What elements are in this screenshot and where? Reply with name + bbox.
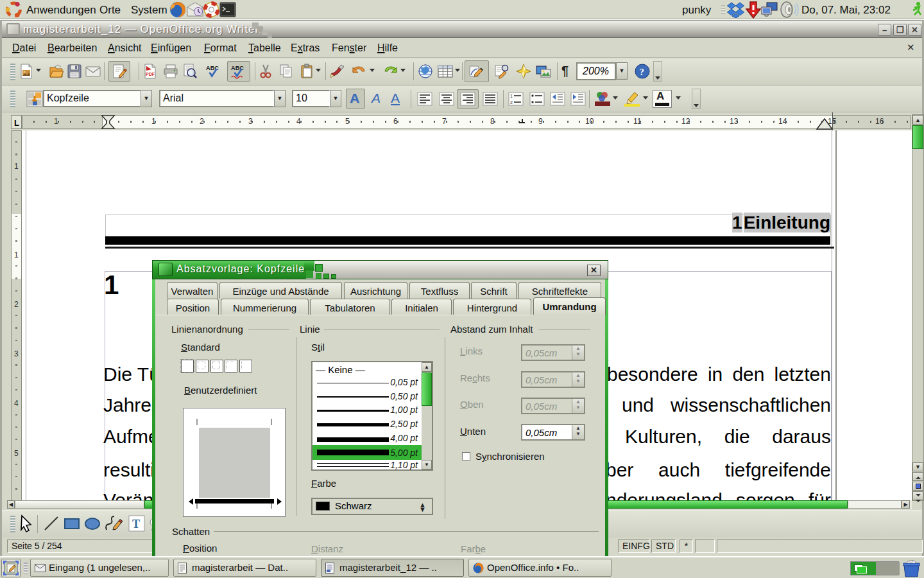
svg-text:2: 2 (510, 100, 513, 105)
svg-text:ABC: ABC (206, 65, 219, 71)
svg-text:?: ? (640, 67, 645, 77)
svg-text:ABC: ABC (231, 65, 244, 71)
svg-text:T: T (132, 518, 140, 530)
svg-text:PDF: PDF (146, 72, 155, 76)
svg-text:1: 1 (510, 94, 513, 98)
